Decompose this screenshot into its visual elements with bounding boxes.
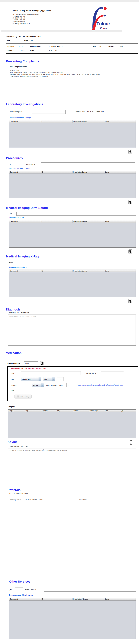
company-email: E: jude@future.sc (12, 20, 73, 23)
lab-col-department: Department (9, 120, 41, 123)
lab-delete-button[interactable] (128, 150, 132, 154)
uss-col-status: Status (104, 220, 136, 223)
procedures-qty-label: Qty : (9, 163, 15, 165)
xray-title: Medical Imaging X-Ray (6, 255, 139, 258)
logo-word-care: C♥re (100, 26, 107, 30)
referring-doctor-input[interactable] (24, 498, 64, 502)
os-col-status: Status (104, 598, 136, 600)
drug-col-qty: Qty (120, 410, 136, 412)
complaints-textarea[interactable]: PATIENT SEEN. BEING REVIEWED FOR LEFT KN… (9, 69, 136, 94)
uss-col-investigation: Investigation/Service (72, 220, 104, 223)
drug-table-header: Drug ID Drug Fequency Way Duration Durat… (8, 410, 136, 412)
xray-delete-row (0, 299, 139, 303)
add-drug-button[interactable]: Add Drug (14, 394, 32, 399)
letterhead-bottom-band (1, 30, 122, 32)
uss-delete-button[interactable] (128, 250, 132, 254)
duration-unit-select[interactable]: Day/s ▼ (32, 383, 44, 387)
prescription-id-input[interactable] (24, 362, 38, 365)
drug-col-way: Way (56, 410, 72, 412)
visit-date-value: : 2025-11-26 (48, 50, 57, 52)
per-meal-input[interactable] (66, 383, 75, 387)
drug-col-note: Note (104, 410, 120, 412)
drug-row: Drug : Special Notes : (11, 371, 138, 375)
company-name: Future Care by Future Holdings (Pty) Lim… (12, 10, 73, 12)
procedures-qty-input[interactable] (15, 162, 23, 166)
recommended-procedures-label: Recommended Procedures (9, 167, 139, 169)
meal-timing-value: Before Meal (21, 377, 38, 381)
letterhead: Future Care by Future Holdings (Pty) Lim… (1, 2, 122, 32)
duration-input[interactable] (22, 383, 31, 387)
uss-input[interactable] (16, 212, 136, 216)
consultant-input[interactable] (90, 498, 133, 502)
refresh-icon (40, 361, 44, 365)
procedures-table: Department ID Investigation/Service Stat… (9, 171, 136, 198)
xray-table-header: Department ID Investigation/Service Stat… (9, 270, 136, 272)
lab-col-id: ID (41, 120, 72, 123)
total-label: Total (11, 390, 18, 391)
way-label: Way (11, 378, 18, 380)
xray-input[interactable] (18, 260, 136, 264)
lab-table: Department ID Investigation/Service Stat… (9, 120, 136, 148)
prescription-refresh-button[interactable] (40, 361, 44, 365)
advice-delete-button[interactable] (130, 440, 133, 445)
xray-table: Department ID Investigation/Service Stat… (9, 270, 136, 297)
uss-col-id: ID (41, 220, 72, 223)
logo-heart-icon: ♥ (102, 26, 104, 30)
visit-id-value: 24913 (21, 50, 25, 52)
procedures-delete-button[interactable] (128, 200, 132, 204)
advice-textarea[interactable]: PATIENT IS CURRENTLY TAKING TABS DICLOFE… (8, 448, 136, 477)
drug-input[interactable] (21, 371, 81, 375)
advice-title: Advice (8, 440, 18, 444)
diagnosis-textarea[interactable]: LEFT KNEE SPRAIN SECONDARY TO FALL (8, 314, 136, 346)
procedures-input[interactable] (41, 162, 135, 166)
patient-name-value: ZELJKO ULJAREVIC (48, 46, 63, 47)
lab-table-body (9, 123, 136, 148)
diagnosis-label: Enter Diagnosis Details Here (8, 312, 139, 314)
xray-col-id: ID (41, 270, 72, 272)
trash-icon (129, 201, 132, 204)
top-gray-band (0, 0, 139, 2)
drug-col-duration: Duration (72, 410, 88, 412)
fraction-note: Please add as decimal numbers when addin… (76, 384, 138, 386)
special-notes-input[interactable] (100, 371, 124, 375)
drug-suggestion-warning: Please select the Drug from Drug suggess… (11, 368, 138, 369)
company-number: Company No.8417652-2 (12, 23, 73, 25)
uss-table-body (9, 223, 136, 248)
procedures-title: Procedures (6, 156, 139, 160)
consulted-by-line: Consulted By : Dr. VICTOR OJIMA ETUBI (6, 36, 139, 38)
uss-col-department: Department (9, 220, 41, 223)
referral-list-box[interactable] (9, 504, 137, 578)
chevron-down-icon: ▼ (41, 383, 44, 387)
xray-label: X-Rays : (8, 262, 17, 263)
trash-icon (129, 300, 132, 302)
logo-word-future: Future (96, 21, 110, 26)
other-services-input[interactable] (44, 588, 136, 592)
lab-col-investigation: Investigation/Service (72, 120, 104, 123)
medication-entry-box: Please select the Drug from Drug suggess… (7, 366, 138, 401)
drug-col-duration-type: Duration Type (88, 410, 104, 412)
frequency-qty-input[interactable] (57, 377, 64, 381)
visit-date-label: Date (30, 50, 34, 52)
frequency-value: OD (43, 377, 52, 381)
gender-label: Gender : (108, 46, 115, 47)
procedures-col-investigation: Investigation/Service (72, 171, 104, 173)
age-value: 68 (100, 46, 101, 47)
lab-investigation-input[interactable] (32, 110, 66, 114)
xray-col-department: Department (9, 270, 41, 272)
consulted-by-value: VICTOR OJIMA ETUBI (22, 36, 40, 38)
procedures-table-body (9, 174, 136, 198)
way-row: Way : Before Meal ▼ OD ▼ (11, 377, 138, 381)
duration-label: Duration : (11, 384, 22, 386)
consulted-by-label: Consulted By : Dr. (6, 36, 21, 38)
frequency-select[interactable]: OD ▼ (43, 377, 55, 381)
procedures-col-status: Status (104, 171, 136, 173)
trash-icon (129, 250, 132, 253)
patient-id-label: Patient ID : (8, 46, 16, 47)
meal-timing-select[interactable]: Before Meal ▼ (21, 377, 41, 381)
logo-care-re: re (104, 26, 107, 30)
procedures-label: Procedures : (26, 163, 41, 165)
other-services-qty-input[interactable] (15, 588, 23, 592)
special-notes-colon: : (98, 372, 100, 374)
other-services-label: Other Services : (25, 589, 42, 591)
xray-delete-button[interactable] (128, 299, 132, 303)
